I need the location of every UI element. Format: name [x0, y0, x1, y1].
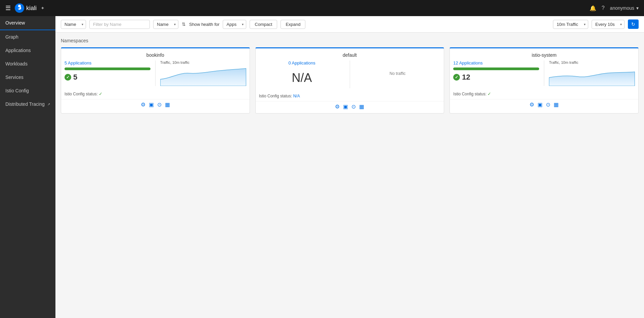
bell-icon[interactable]: 🔔 [590, 5, 596, 11]
health-bar-bookinfo [65, 67, 151, 70]
app-action-icon-default[interactable]: ▣ [343, 103, 348, 110]
health-number-istio-system: 12 [462, 73, 470, 82]
health-status-istio-system: ✓ 12 [453, 73, 470, 82]
namespaces-title: Namespaces [61, 38, 639, 43]
refresh-button[interactable]: ↻ [628, 19, 639, 29]
health-bar-fill-bookinfo [65, 67, 151, 70]
sidebar-item-services[interactable]: Services [0, 71, 55, 84]
traffic-label-istio-system: Traffic, 10m traffic [549, 60, 578, 64]
user-label: anonymous [610, 5, 634, 11]
na-display-default: N/A [292, 67, 312, 88]
traffic-chart-istio-system [549, 66, 635, 86]
navbar-right: 🔔 ? anonymous ▾ [590, 5, 639, 11]
namespace-card-right-istio-system: Traffic, 10m traffic [549, 60, 635, 86]
user-menu[interactable]: anonymous ▾ [610, 5, 639, 11]
kiali-logo-text: kiali [26, 5, 37, 12]
namespace-card-bookinfo: bookinfo 5 Applications ✓ 5 [61, 47, 250, 113]
namespace-card-default: default 0 Applications N/A No traffic Is… [255, 47, 444, 113]
mesh-action-icon-default[interactable]: ⚙ [335, 103, 340, 110]
namespaces-grid: bookinfo 5 Applications ✓ 5 [61, 47, 639, 113]
card-divider-default [350, 60, 350, 88]
layout: Overview Graph Applications Workloads Se… [0, 16, 644, 318]
sidebar-item-graph[interactable]: Graph [0, 30, 55, 44]
navbar-left: ☰ kiali ✦ [5, 3, 45, 13]
external-link-icon: ↗ [47, 102, 50, 106]
card-divider-istio-system [544, 60, 544, 86]
namespace-card-left-bookinfo: 5 Applications ✓ 5 [65, 60, 151, 86]
ns-card-actions-istio-system: ⚙ ▣ ⊙ ▦ [450, 99, 638, 111]
sidebar-item-applications[interactable]: Applications [0, 44, 55, 57]
namespace-filter-select[interactable]: Name [61, 20, 86, 29]
compact-button[interactable]: Compact [250, 20, 277, 29]
help-icon[interactable]: ? [602, 5, 605, 11]
ns-card-actions-bookinfo: ⚙ ▣ ⊙ ▦ [61, 99, 250, 111]
health-number-bookinfo: 5 [73, 73, 77, 82]
config-action-icon-istio-system[interactable]: ▦ [554, 101, 559, 108]
namespace-card-right-bookinfo: Traffic, 10m traffic [160, 60, 246, 86]
app-action-icon-bookinfo[interactable]: ▣ [149, 101, 154, 108]
app-count-link-istio-system[interactable]: 12 Applications [453, 60, 482, 65]
navbar: ☰ kiali ✦ 🔔 ? anonymous ▾ [0, 0, 644, 16]
interval-select[interactable]: Every 10s [592, 20, 625, 29]
hamburger-icon[interactable]: ☰ [5, 4, 11, 12]
istio-config-istio-system: Istio Config status: ✓ [450, 90, 638, 98]
user-chevron-icon: ▾ [636, 5, 639, 11]
namespace-card-body-istio-system: 12 Applications ✓ 12 Traffic, 10m traf [450, 60, 638, 90]
istio-config-default: Istio Config status: N/A [256, 92, 444, 100]
istio-config-bookinfo: Istio Config status: ✓ [61, 90, 250, 98]
app-count-link-bookinfo[interactable]: 5 Applications [65, 60, 91, 65]
health-for-select[interactable]: Apps [223, 20, 246, 29]
card-divider-bookinfo [155, 60, 156, 86]
expand-button[interactable]: Expand [281, 20, 305, 29]
health-bar-fill-istio-system [453, 67, 539, 70]
sidebar: Overview Graph Applications Workloads Se… [0, 16, 55, 318]
health-status-bookinfo: ✓ 5 [65, 73, 77, 82]
sort-direction-icon[interactable]: ⇅ [182, 21, 186, 27]
link-action-icon-istio-system[interactable]: ⊙ [546, 101, 550, 108]
traffic-select[interactable]: 10m Traffic [553, 20, 588, 29]
link-action-icon-bookinfo[interactable]: ⊙ [157, 101, 162, 108]
main-content: Name ▾ Name ▾ ⇅ Show health for Apps [55, 16, 644, 318]
namespace-card-body-default: 0 Applications N/A No traffic [256, 60, 444, 92]
sidebar-item-workloads[interactable]: Workloads [0, 57, 55, 71]
app-action-icon-istio-system[interactable]: ▣ [538, 101, 543, 108]
app-count-link-default[interactable]: 0 Applications [288, 60, 315, 65]
no-traffic-text-default: No traffic [390, 71, 406, 76]
traffic-label-bookinfo: Traffic, 10m traffic [160, 60, 189, 64]
namespace-title-bookinfo: bookinfo [61, 48, 250, 60]
namespace-card-right-default: No traffic [355, 60, 441, 88]
sort-select-wrapper: Name ▾ [153, 20, 178, 29]
kiali-logo: kiali [15, 3, 37, 13]
traffic-select-wrapper: 10m Traffic ▾ [553, 20, 588, 29]
namespace-card-left-default: 0 Applications N/A [259, 60, 345, 88]
show-health-label: Show health for [189, 22, 219, 27]
namespace-card-istio-system: istio-system 12 Applications ✓ 12 [449, 47, 639, 113]
health-icon-bookinfo: ✓ [65, 74, 71, 81]
content-area: Namespaces bookinfo 5 Applications ✓ [55, 33, 644, 318]
mesh-action-icon-istio-system[interactable]: ⚙ [529, 101, 534, 108]
namespace-card-left-istio-system: 12 Applications ✓ 12 [453, 60, 539, 86]
kiali-logo-mark [15, 3, 24, 13]
health-for-select-wrapper: Apps ▾ [223, 20, 246, 29]
sidebar-item-istio-config[interactable]: Istio Config [0, 84, 55, 97]
sidebar-item-overview[interactable]: Overview [0, 16, 55, 30]
ns-card-actions-default: ⚙ ▣ ⊙ ▦ [256, 101, 444, 113]
link-action-icon-default[interactable]: ⊙ [351, 103, 356, 110]
config-na-link-default[interactable]: N/A [293, 94, 300, 98]
traffic-chart-bookinfo [160, 66, 246, 86]
namespace-filter-select-wrapper: Name ▾ [61, 20, 86, 29]
config-action-icon-default[interactable]: ▦ [359, 103, 364, 110]
namespace-title-default: default [256, 48, 444, 60]
filter-by-name-input[interactable] [89, 20, 150, 29]
config-ok-icon-bookinfo: ✓ [99, 91, 102, 96]
health-icon-istio-system: ✓ [453, 74, 460, 81]
namespace-title-istio-system: istio-system [450, 48, 638, 60]
sidebar-item-distributed-tracing[interactable]: Distributed Tracing ↗ [0, 97, 55, 111]
config-action-icon-bookinfo[interactable]: ▦ [165, 101, 170, 108]
toolbar: Name ▾ Name ▾ ⇅ Show health for Apps [55, 16, 644, 33]
health-bar-istio-system [453, 67, 539, 70]
sort-select[interactable]: Name [153, 20, 178, 29]
mesh-action-icon-bookinfo[interactable]: ⚙ [141, 101, 145, 108]
config-ok-icon-istio-system: ✓ [487, 91, 491, 96]
namespace-card-body-bookinfo: 5 Applications ✓ 5 Traffic, 10m traffi [61, 60, 250, 90]
